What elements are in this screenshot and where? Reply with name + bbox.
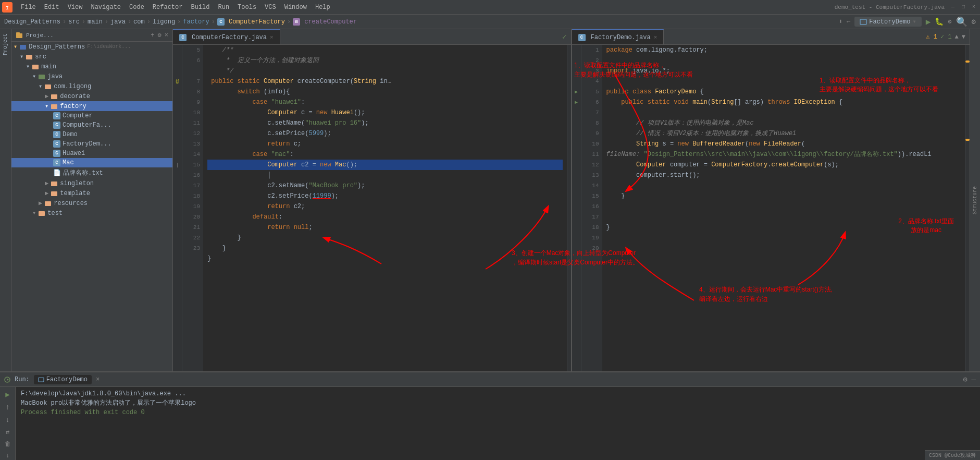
svg-rect-7 [32,65,39,69]
class-icon-factorydemo: C [53,140,60,148]
menu-build[interactable]: Build [187,3,214,12]
tree-item-singleton[interactable]: ▶ singleton [11,178,172,188]
tree-item-computer[interactable]: C Computer [11,111,172,120]
run-config-badge[interactable]: FactoryDemo [34,375,92,384]
tab-class-icon-right: C [578,34,586,41]
folder-factory-icon [51,103,58,110]
tab-factorydemo[interactable]: C FactoryDemo.java × [572,29,664,44]
folder-singleton-icon [51,180,58,187]
breadcrumb-main[interactable]: main [88,18,103,26]
tree-item-computerfactory[interactable]: C ComputerFa... [11,120,172,130]
toolbar-right: ⬇ ← FactoryDemo ▾ ▶ 🐛 ⚙ 🔍 ⚙ [839,16,976,28]
project-root-icon [19,44,27,50]
tab-close-computerfactory[interactable]: × [270,34,274,41]
check-mark-left: ✓ [562,32,566,41]
back-icon[interactable]: ← [847,18,850,26]
class-icon-demo: C [53,131,60,138]
run-settings-icon[interactable]: ⚙ [963,375,967,384]
svg-rect-10 [51,94,57,99]
menu-file[interactable]: File [17,3,40,12]
menu-run[interactable]: Run [214,3,233,12]
tree-item-resources[interactable]: ▶ resources [11,198,172,208]
breadcrumb-src[interactable]: src [68,18,80,26]
nav-down-right[interactable]: ▼ [962,33,965,41]
run-header-icon [4,377,10,383]
class-icon-huawei: C [53,150,60,157]
run-minimize-icon[interactable]: — [972,376,976,384]
minimize-button[interactable]: — [949,3,957,11]
menu-vcs[interactable]: VCS [260,3,280,12]
menu-edit[interactable]: Edit [40,3,64,12]
sidebar-header: Proje... + ⚙ × [11,29,172,42]
folder-template-icon [51,190,58,197]
tree-item-java[interactable]: ▾ java [11,71,172,81]
run-wrap-icon[interactable]: ⇄ [6,428,9,436]
run-scroll-up[interactable]: ↑ [5,403,9,411]
tree-item-main[interactable]: ▾ main [11,62,172,71]
run-button[interactable]: ▶ [926,17,931,27]
run-config-selector[interactable]: FactoryDemo ▾ [854,17,921,27]
settings-button[interactable]: ⚙ [972,17,976,26]
breadcrumb-method[interactable]: createComputer [304,18,357,26]
maximize-button[interactable]: □ [959,3,967,11]
sidebar-settings-icon[interactable]: ⚙ [158,31,162,39]
left-gutter-markers: @ │ [173,45,182,371]
vcs-icon[interactable]: ⬇ [839,18,842,26]
project-tab[interactable]: Project [2,31,9,57]
run-clear-icon[interactable]: 🗑 [5,440,11,448]
tree-label-factory: factory [60,103,86,110]
breadcrumb-class[interactable]: ComputerFactory [229,18,285,26]
sidebar-add-icon[interactable]: + [151,32,154,39]
tree-item-design-patterns[interactable]: ▾ Design_Patterns F:\ideaWork... [11,42,172,52]
menu-tools[interactable]: Tools [233,3,260,12]
breadcrumb-com[interactable]: com [133,18,145,26]
run-play-button[interactable]: ▶ [5,390,9,399]
tree-item-huawei[interactable]: C Huawei [11,149,172,158]
run-pin-icon[interactable]: ↓ [6,452,9,459]
tree-item-factorydemo[interactable]: C FactoryDem... [11,139,172,149]
tab-close-factorydemo[interactable]: × [654,34,658,41]
tree-item-factory[interactable]: ▾ factory [11,101,172,111]
breadcrumb-java[interactable]: java [110,18,126,26]
svg-rect-9 [45,84,51,89]
tree-item-brand-txt[interactable]: 📄 品牌名称.txt [11,167,172,178]
tree-item-mac[interactable]: C Mac [11,158,172,167]
tree-item-src[interactable]: ▾ src [11,52,172,62]
sidebar-close-icon[interactable]: × [165,32,168,39]
tree-label-brand-txt: 品牌名称.txt [63,168,103,177]
menu-code[interactable]: Code [125,3,148,12]
run-content: ▶ ↑ ↓ ⇄ 🗑 ↓ F:\develop\Java\jdk1.8.0_60\… [0,387,980,460]
nav-up-right[interactable]: ▲ [955,33,959,41]
menu-help[interactable]: Help [311,3,334,12]
right-code-content[interactable]: package com.ligong.factory; import java.… [602,45,966,371]
profile-button[interactable]: ⚙ [948,18,951,26]
breadcrumb-design-patterns[interactable]: Design_Patterns [4,18,60,26]
tree-item-comligong[interactable]: ▾ com.ligong [11,81,172,91]
tree-label-main: main [41,63,56,70]
svg-rect-15 [39,211,45,216]
menu-view[interactable]: View [64,3,87,12]
menu-refactor[interactable]: Refactor [148,3,187,12]
folder-src-icon [26,54,33,60]
run-scroll-down[interactable]: ↓ [5,416,9,424]
tree-item-template[interactable]: ▶ template [11,188,172,198]
close-button[interactable]: × [970,3,978,11]
svg-rect-18 [39,378,44,382]
tree-item-decorate[interactable]: ▶ decorate [11,91,172,101]
breadcrumb-factory[interactable]: factory [183,18,209,26]
left-code-content[interactable]: /** * 定义一个方法，创建对象返回 */ public static Com… [203,45,567,371]
structure-tab-label[interactable]: Structure [972,186,978,214]
menu-navigate[interactable]: Navigate [86,3,125,12]
tab-computerfactory[interactable]: C ComputerFactory.java × [173,29,280,44]
menu-window[interactable]: Window [280,3,311,12]
search-button[interactable]: 🔍 [956,16,967,28]
app-icon: I [2,2,13,13]
tree-item-test[interactable]: ▾ test [11,208,172,218]
tree-item-demo[interactable]: C Demo [11,130,172,139]
run-output-line2: MacBook pro以非常优雅的方法启动了，展示了一个苹果logo [21,398,975,408]
debug-button[interactable]: 🐛 [935,17,944,26]
right-editor: ▶ ▶ 1 2 3 4 5 [572,45,970,371]
tree-label-demo: Demo [63,131,78,138]
breadcrumb-ligong[interactable]: ligong [153,18,175,26]
run-tab-close[interactable]: × [96,376,100,383]
